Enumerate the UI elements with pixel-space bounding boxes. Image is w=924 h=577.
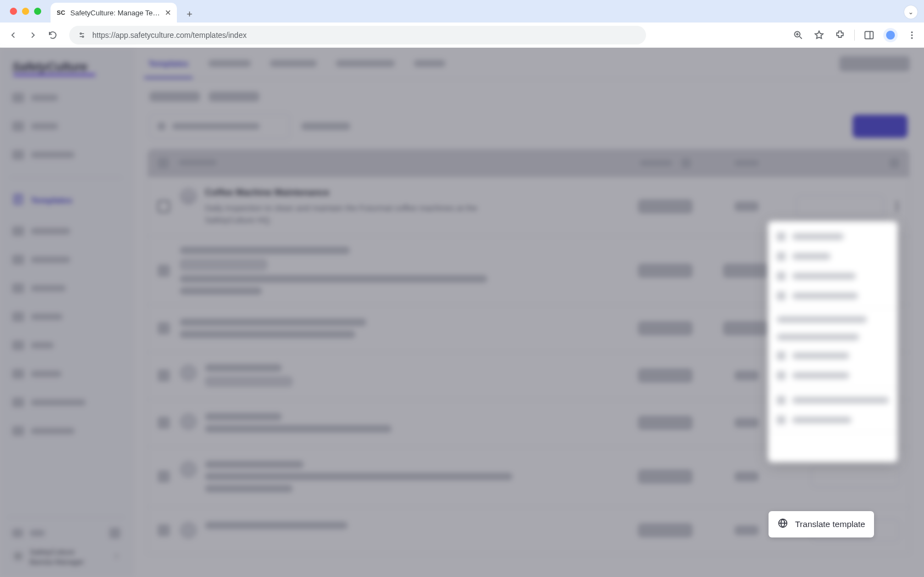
sidebar-item[interactable] [8, 363, 125, 384]
sidebar-item-templates[interactable]: Templates [8, 188, 125, 213]
tab-item[interactable] [414, 60, 446, 67]
extensions-icon[interactable] [833, 29, 847, 42]
menu-item[interactable] [768, 346, 898, 366]
browser-tab[interactable]: SC SafetyCulture: Manage Teams and... ✕ [51, 3, 177, 23]
search-input[interactable] [149, 114, 290, 139]
row-checkbox[interactable] [158, 200, 170, 212]
sidebar-item[interactable] [8, 278, 125, 299]
workspace-role: Barista Manager [30, 557, 84, 567]
filter-bar [147, 109, 910, 149]
minimize-window-button[interactable] [22, 8, 29, 15]
menu-item-label: Translate template [795, 519, 865, 529]
row-checkbox[interactable] [158, 322, 170, 334]
tab-templates[interactable]: Templates [147, 55, 190, 71]
tab-title: SafetyCulture: Manage Teams and... [70, 9, 160, 17]
tab-item[interactable] [208, 60, 251, 67]
row-action-button[interactable] [796, 195, 884, 217]
select-all-checkbox[interactable] [158, 158, 169, 169]
sidebar-footer: SafetyCulture Barista Manager [8, 517, 125, 572]
sidebar-item[interactable] [8, 87, 125, 108]
reload-button[interactable] [45, 27, 60, 43]
browser-chrome: SC SafetyCulture: Manage Teams and... ✕ … [0, 0, 924, 48]
menu-item[interactable] [768, 366, 898, 385]
sidebar-item[interactable] [8, 421, 125, 441]
tabs-right-action[interactable] [839, 56, 910, 71]
row-meta [734, 201, 759, 211]
close-tab-icon[interactable]: ✕ [165, 8, 171, 17]
fullscreen-window-button[interactable] [34, 8, 41, 15]
svg-rect-3 [865, 31, 873, 38]
svg-point-0 [80, 33, 82, 35]
back-button[interactable] [5, 27, 21, 43]
address-bar[interactable]: https://app.safetyculture.com/templates/… [69, 26, 646, 44]
chrome-menu-icon[interactable] [905, 29, 919, 42]
sidebar-item[interactable] [8, 144, 125, 165]
sidebar: SafetyCulture Templates [0, 48, 133, 577]
template-title[interactable]: Coffee Machine Maintenance [205, 187, 617, 198]
tab-overflow-button[interactable]: ⌄ [904, 5, 917, 19]
browser-toolbar: https://app.safetyculture.com/templates/… [0, 23, 924, 48]
workspace-switcher[interactable]: SafetyCulture Barista Manager [8, 543, 125, 572]
filter-button[interactable] [301, 122, 350, 130]
menu-item[interactable] [768, 328, 898, 346]
page-tabs: Templates [147, 48, 910, 80]
new-tab-button[interactable]: + [181, 6, 198, 23]
site-settings-icon[interactable] [77, 30, 87, 40]
profile-button[interactable] [883, 28, 898, 42]
menu-item[interactable] [768, 266, 898, 286]
row-checkbox[interactable] [158, 265, 170, 277]
svg-point-1 [82, 36, 84, 37]
menu-item[interactable] [768, 410, 898, 430]
templates-icon [12, 193, 24, 208]
row-action-button[interactable] [811, 466, 899, 488]
side-panel-icon[interactable] [862, 29, 876, 42]
tab-favicon: SC [56, 8, 66, 18]
sidebar-item[interactable] [8, 249, 125, 270]
row-status [638, 199, 693, 214]
svg-point-4 [911, 31, 913, 33]
logo-text: SafetyCulture [12, 60, 87, 74]
zoom-icon[interactable] [792, 29, 805, 42]
row-checkbox[interactable] [158, 369, 170, 382]
sidebar-item[interactable] [8, 221, 125, 242]
row-menu-icon[interactable] [896, 201, 899, 211]
sidebar-item[interactable] [8, 116, 125, 137]
app-viewport: SafetyCulture Templates [0, 48, 924, 577]
template-description: Daily inspection to clean and maintain t… [205, 202, 513, 226]
forward-button[interactable] [25, 27, 41, 43]
close-window-button[interactable] [10, 8, 17, 15]
tab-strip: SC SafetyCulture: Manage Teams and... ✕ … [0, 0, 924, 23]
tab-item[interactable] [270, 60, 317, 67]
sidebar-item[interactable] [8, 392, 125, 413]
menu-item-translate-template[interactable]: Translate template [769, 511, 874, 537]
menu-item[interactable] [768, 390, 898, 410]
menu-item[interactable] [768, 286, 898, 306]
row-checkbox[interactable] [158, 524, 170, 536]
sidebar-divider [10, 177, 123, 178]
svg-point-6 [911, 37, 913, 38]
row-checkbox[interactable] [158, 417, 170, 429]
row-checkbox[interactable] [158, 470, 170, 483]
breadcrumb [147, 80, 910, 109]
bookmark-icon[interactable] [812, 29, 826, 42]
menu-item[interactable] [768, 311, 898, 328]
chevron-right-icon [113, 552, 120, 562]
svg-point-8 [16, 554, 20, 558]
app-logo[interactable]: SafetyCulture [8, 54, 125, 84]
gear-icon [12, 550, 24, 564]
address-url: https://app.safetyculture.com/templates/… [92, 31, 247, 40]
window-controls [10, 8, 41, 15]
sidebar-item[interactable] [8, 335, 125, 356]
template-icon [180, 187, 197, 205]
globe-icon [777, 518, 788, 531]
table-header [148, 149, 909, 177]
tab-item[interactable] [336, 60, 395, 67]
create-button[interactable] [853, 115, 908, 138]
sidebar-item[interactable] [8, 306, 125, 327]
row-context-menu [768, 221, 898, 462]
toolbar-divider [854, 30, 855, 41]
sidebar-item-label: Templates [31, 195, 73, 205]
menu-item[interactable] [768, 227, 898, 247]
menu-item[interactable] [768, 247, 898, 266]
svg-point-5 [911, 34, 913, 36]
